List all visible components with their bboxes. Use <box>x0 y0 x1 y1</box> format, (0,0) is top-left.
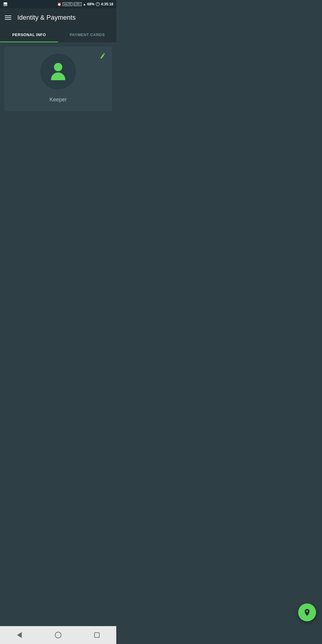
lte-label: LTE+ <box>74 2 82 6</box>
app-bar: Identity & Payments <box>0 8 116 27</box>
avatar <box>40 54 76 89</box>
username-label: Keeper <box>49 97 67 103</box>
tab-personal-info[interactable]: PERSONAL INFO <box>0 27 58 42</box>
tab-payment-cards[interactable]: PAYMENT CARDS <box>58 27 116 42</box>
profile-card: Keeper <box>4 47 112 111</box>
battery-level: 68% <box>87 2 95 6</box>
battery-icon <box>96 2 100 6</box>
status-bar: ⏰ VoLTE LTE+ ▲ 68% 4:35:18 <box>0 0 116 8</box>
app-title: Identity & Payments <box>17 14 76 21</box>
alarm-icon: ⏰ <box>57 2 61 6</box>
signal-bars: ▲ <box>83 2 86 6</box>
status-right: ⏰ VoLTE LTE+ ▲ 68% 4:35:18 <box>57 2 113 6</box>
person-icon <box>51 63 65 80</box>
photo-icon <box>3 2 8 7</box>
volte-label: VoLTE <box>63 2 72 6</box>
pencil-icon <box>99 52 106 59</box>
menu-button[interactable] <box>5 16 11 20</box>
main-content: Keeper <box>0 42 116 221</box>
status-time: 4:35:18 <box>101 2 113 6</box>
edit-button[interactable] <box>99 52 107 61</box>
tabs-container: PERSONAL INFO PAYMENT CARDS <box>0 27 116 42</box>
status-left <box>3 2 8 7</box>
